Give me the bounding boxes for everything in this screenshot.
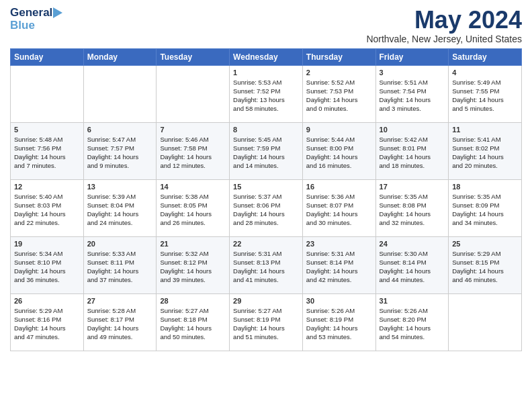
day-number: 23: [306, 240, 372, 248]
calendar-day-cell: 15Sunrise: 5:37 AM Sunset: 8:06 PM Dayli…: [230, 179, 303, 236]
day-info: Sunrise: 5:31 AM Sunset: 8:13 PM Dayligh…: [233, 249, 299, 285]
day-info: Sunrise: 5:48 AM Sunset: 7:56 PM Dayligh…: [14, 135, 80, 171]
header-thursday: Thursday: [302, 48, 375, 65]
calendar-week-row: 1Sunrise: 5:53 AM Sunset: 7:52 PM Daylig…: [11, 65, 522, 122]
day-number: 12: [14, 183, 80, 191]
day-info: Sunrise: 5:32 AM Sunset: 8:12 PM Dayligh…: [160, 249, 226, 285]
calendar-day-cell: [449, 293, 522, 351]
day-info: Sunrise: 5:28 AM Sunset: 8:17 PM Dayligh…: [87, 306, 153, 342]
day-info: Sunrise: 5:39 AM Sunset: 8:04 PM Dayligh…: [87, 192, 153, 228]
day-info: Sunrise: 5:36 AM Sunset: 8:07 PM Dayligh…: [306, 192, 372, 228]
header-friday: Friday: [375, 48, 449, 65]
calendar-week-row: 26Sunrise: 5:29 AM Sunset: 8:16 PM Dayli…: [11, 293, 522, 351]
day-number: 10: [380, 126, 445, 134]
day-number: 26: [14, 297, 80, 305]
header-wednesday: Wednesday: [230, 48, 303, 65]
calendar-day-cell: 5Sunrise: 5:48 AM Sunset: 7:56 PM Daylig…: [11, 122, 84, 179]
day-number: 11: [452, 126, 518, 134]
day-info: Sunrise: 5:45 AM Sunset: 7:59 PM Dayligh…: [233, 135, 299, 171]
calendar-day-cell: 20Sunrise: 5:33 AM Sunset: 8:11 PM Dayli…: [83, 236, 157, 293]
day-info: Sunrise: 5:46 AM Sunset: 7:58 PM Dayligh…: [160, 135, 226, 171]
calendar-day-cell: 10Sunrise: 5:42 AM Sunset: 8:01 PM Dayli…: [375, 122, 449, 179]
day-number: 3: [380, 68, 445, 77]
day-info: Sunrise: 5:49 AM Sunset: 7:55 PM Dayligh…: [452, 78, 518, 113]
day-info: Sunrise: 5:41 AM Sunset: 8:02 PM Dayligh…: [452, 135, 518, 171]
calendar-day-cell: 11Sunrise: 5:41 AM Sunset: 8:02 PM Dayli…: [449, 122, 522, 179]
calendar-day-cell: 21Sunrise: 5:32 AM Sunset: 8:12 PM Dayli…: [157, 236, 230, 293]
day-info: Sunrise: 5:29 AM Sunset: 8:15 PM Dayligh…: [452, 249, 518, 285]
day-info: Sunrise: 5:27 AM Sunset: 8:19 PM Dayligh…: [233, 306, 299, 342]
day-number: 19: [14, 240, 80, 248]
calendar-day-cell: 6Sunrise: 5:47 AM Sunset: 7:57 PM Daylig…: [83, 122, 157, 179]
calendar-day-cell: 31Sunrise: 5:26 AM Sunset: 8:20 PM Dayli…: [375, 293, 449, 351]
day-info: Sunrise: 5:35 AM Sunset: 8:08 PM Dayligh…: [380, 192, 445, 228]
calendar-day-cell: 13Sunrise: 5:39 AM Sunset: 8:04 PM Dayli…: [83, 179, 157, 236]
day-number: 15: [233, 183, 299, 191]
day-info: Sunrise: 5:27 AM Sunset: 8:18 PM Dayligh…: [160, 306, 226, 342]
day-info: Sunrise: 5:26 AM Sunset: 8:19 PM Dayligh…: [306, 306, 372, 342]
logo-arrow-icon: [53, 7, 62, 18]
calendar-day-cell: 26Sunrise: 5:29 AM Sunset: 8:16 PM Dayli…: [11, 293, 84, 351]
calendar-day-cell: 3Sunrise: 5:51 AM Sunset: 7:54 PM Daylig…: [375, 65, 449, 122]
day-info: Sunrise: 5:31 AM Sunset: 8:14 PM Dayligh…: [306, 249, 372, 285]
calendar-day-cell: 9Sunrise: 5:44 AM Sunset: 8:00 PM Daylig…: [302, 122, 375, 179]
calendar-day-cell: 29Sunrise: 5:27 AM Sunset: 8:19 PM Dayli…: [230, 293, 303, 351]
day-info: Sunrise: 5:26 AM Sunset: 8:20 PM Dayligh…: [380, 306, 445, 342]
day-number: 21: [160, 240, 226, 248]
day-info: Sunrise: 5:34 AM Sunset: 8:10 PM Dayligh…: [14, 249, 80, 285]
day-number: 30: [306, 297, 372, 305]
calendar-day-cell: 14Sunrise: 5:38 AM Sunset: 8:05 PM Dayli…: [157, 179, 230, 236]
calendar-day-cell: 25Sunrise: 5:29 AM Sunset: 8:15 PM Dayli…: [449, 236, 522, 293]
calendar-day-cell: [83, 65, 157, 122]
day-number: 17: [380, 183, 445, 191]
day-number: 22: [233, 240, 299, 248]
day-number: 25: [452, 240, 518, 248]
calendar-day-cell: 18Sunrise: 5:35 AM Sunset: 8:09 PM Dayli…: [449, 179, 522, 236]
calendar-day-cell: 22Sunrise: 5:31 AM Sunset: 8:13 PM Dayli…: [230, 236, 303, 293]
day-info: Sunrise: 5:38 AM Sunset: 8:05 PM Dayligh…: [160, 192, 226, 228]
calendar-day-cell: 8Sunrise: 5:45 AM Sunset: 7:59 PM Daylig…: [230, 122, 303, 179]
day-number: 27: [87, 297, 153, 305]
day-info: Sunrise: 5:52 AM Sunset: 7:53 PM Dayligh…: [306, 78, 372, 113]
calendar-table: Sunday Monday Tuesday Wednesday Thursday…: [10, 48, 522, 351]
day-info: Sunrise: 5:33 AM Sunset: 8:11 PM Dayligh…: [87, 249, 153, 285]
calendar-week-row: 19Sunrise: 5:34 AM Sunset: 8:10 PM Dayli…: [11, 236, 522, 293]
day-number: 18: [452, 183, 518, 191]
day-info: Sunrise: 5:29 AM Sunset: 8:16 PM Dayligh…: [14, 306, 80, 342]
day-number: 6: [87, 126, 153, 134]
calendar-day-cell: 2Sunrise: 5:52 AM Sunset: 7:53 PM Daylig…: [302, 65, 375, 122]
day-info: Sunrise: 5:35 AM Sunset: 8:09 PM Dayligh…: [452, 192, 518, 228]
location-subtitle: Northvale, New Jersey, United States: [366, 34, 522, 44]
day-number: 5: [14, 126, 80, 134]
day-number: 7: [160, 126, 226, 134]
header-tuesday: Tuesday: [157, 48, 230, 65]
calendar-week-row: 5Sunrise: 5:48 AM Sunset: 7:56 PM Daylig…: [11, 122, 522, 179]
day-number: 14: [160, 183, 226, 191]
calendar-header-row: Sunday Monday Tuesday Wednesday Thursday…: [11, 48, 522, 65]
day-number: 28: [160, 297, 226, 305]
day-info: Sunrise: 5:42 AM Sunset: 8:01 PM Dayligh…: [380, 135, 445, 171]
calendar-day-cell: 17Sunrise: 5:35 AM Sunset: 8:08 PM Dayli…: [375, 179, 449, 236]
day-info: Sunrise: 5:47 AM Sunset: 7:57 PM Dayligh…: [87, 135, 153, 171]
logo: General Blue: [10, 7, 63, 32]
calendar-week-row: 12Sunrise: 5:40 AM Sunset: 8:03 PM Dayli…: [11, 179, 522, 236]
calendar-day-cell: 23Sunrise: 5:31 AM Sunset: 8:14 PM Dayli…: [302, 236, 375, 293]
day-number: 1: [233, 68, 299, 77]
calendar-day-cell: 4Sunrise: 5:49 AM Sunset: 7:55 PM Daylig…: [449, 65, 522, 122]
day-number: 31: [380, 297, 445, 305]
page-header: General Blue May 2024 Northvale, New Jer…: [10, 7, 522, 44]
calendar-day-cell: 28Sunrise: 5:27 AM Sunset: 8:18 PM Dayli…: [157, 293, 230, 351]
title-block: May 2024 Northvale, New Jersey, United S…: [366, 7, 522, 44]
day-number: 13: [87, 183, 153, 191]
day-number: 24: [380, 240, 445, 248]
calendar-day-cell: 24Sunrise: 5:30 AM Sunset: 8:14 PM Dayli…: [375, 236, 449, 293]
day-number: 20: [87, 240, 153, 248]
calendar-day-cell: 7Sunrise: 5:46 AM Sunset: 7:58 PM Daylig…: [157, 122, 230, 179]
calendar-day-cell: 16Sunrise: 5:36 AM Sunset: 8:07 PM Dayli…: [302, 179, 375, 236]
day-number: 29: [233, 297, 299, 305]
calendar-day-cell: 27Sunrise: 5:28 AM Sunset: 8:17 PM Dayli…: [83, 293, 157, 351]
logo-blue-text: Blue: [10, 19, 35, 32]
calendar-day-cell: 1Sunrise: 5:53 AM Sunset: 7:52 PM Daylig…: [230, 65, 303, 122]
day-info: Sunrise: 5:30 AM Sunset: 8:14 PM Dayligh…: [380, 249, 445, 285]
day-number: 9: [306, 126, 372, 134]
